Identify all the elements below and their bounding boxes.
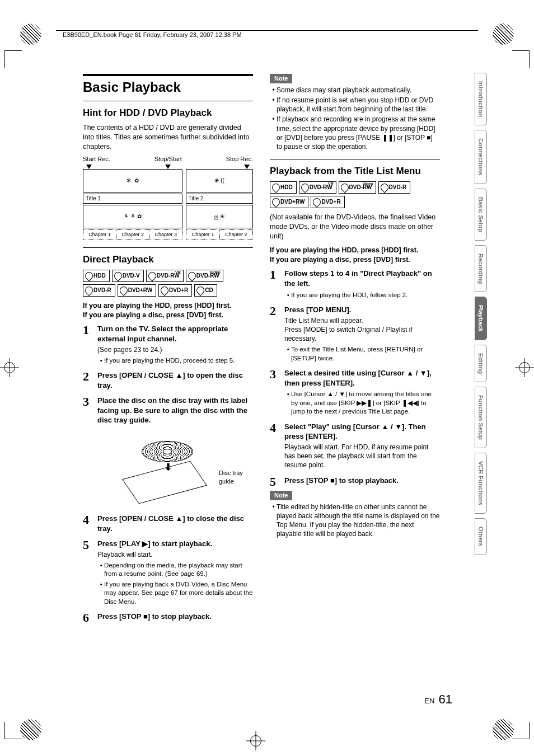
step-item: Follow steps 1 to 4 in "Direct Playback"… <box>270 269 440 299</box>
registration-mark-icon <box>0 358 19 377</box>
triangle-down-icon <box>86 165 92 169</box>
media-badge: DVD+R <box>311 196 344 208</box>
diagram-thumbnail: ✻ ✿ <box>83 169 182 192</box>
title-rule <box>83 74 253 76</box>
step-item: Select a desired title using [Cursor ▲ /… <box>270 368 440 416</box>
media-badge: DVD-RWVideo <box>339 181 376 194</box>
media-badge: DVD+RW <box>118 284 156 297</box>
section-heading-direct: Direct Playback <box>83 253 253 266</box>
triangle-down-icon <box>165 165 171 169</box>
note-item: If playback and recording are in progres… <box>277 115 440 151</box>
media-badge: DVD+R <box>158 284 192 297</box>
section-tab[interactable]: Basic Setup <box>475 189 487 241</box>
left-column: Basic Playback Hint for HDD / DVD Playba… <box>83 74 253 627</box>
crop-mark-icon <box>512 50 530 68</box>
note-list: Title edited by hidden-title on other un… <box>270 503 440 539</box>
footer-lang: EN <box>424 697 434 705</box>
paren-note: (Not available for the DVD-Videos, the f… <box>270 213 440 241</box>
note-item: Title edited by hidden-title on other un… <box>277 503 440 539</box>
diagram-arrows <box>83 165 253 169</box>
step-item: Press [OPEN / CLOSE ▲] to close the disc… <box>83 514 253 533</box>
media-badge: DVD-R <box>378 181 411 194</box>
disc-tray-illustration: ⬇Disc tray guide <box>125 430 226 508</box>
media-badge: DVD+RW <box>270 196 308 208</box>
note-label: Note <box>270 491 292 500</box>
registration-mark-icon <box>515 358 534 377</box>
media-badge: CD <box>194 284 217 297</box>
section-tab[interactable]: Recording <box>475 245 487 292</box>
section-tab[interactable]: Connections <box>475 130 487 184</box>
corner-hatch-icon <box>493 24 514 45</box>
manual-page: E3B90ED_EN.book Page 61 Friday, February… <box>0 0 534 756</box>
step-item: Turn on the TV. Select the appropriate e… <box>83 324 253 365</box>
section-heading-hint: Hint for HDD / DVD Playback <box>83 107 253 120</box>
corner-hatch-icon <box>20 719 41 740</box>
section-rule <box>270 159 440 159</box>
note-item: If no resume point is set when you stop … <box>277 96 440 114</box>
step-item: Press [STOP ■] to stop playback. <box>270 476 440 486</box>
content-area: Basic Playback Hint for HDD / DVD Playba… <box>83 74 440 627</box>
section-tab[interactable]: Others <box>475 518 487 555</box>
corner-hatch-icon <box>20 24 41 45</box>
header-rule <box>56 30 478 31</box>
footer-page-number: 61 <box>439 692 452 706</box>
step-item: Press [OPEN / CLOSE ▲] to open the disc … <box>83 370 253 390</box>
media-badges: HDDDVD-VDVD-RWVRDVD-RWVideoDVD-RDVD+RWDV… <box>83 270 253 297</box>
section-tab[interactable]: Function Setup <box>475 387 487 448</box>
page-footer: EN 61 <box>83 692 452 707</box>
media-badge: DVD-V <box>112 270 144 282</box>
section-heading-titlelist: Playback from the Title List Menu <box>270 165 440 178</box>
note-label: Note <box>270 74 292 83</box>
crop-mark-icon <box>4 722 22 739</box>
diagram-chapter-row: Chapter 1 Chapter 2 Chapter 3 <box>83 229 182 240</box>
page-title: Basic Playback <box>83 78 253 96</box>
crop-mark-icon <box>512 722 530 739</box>
media-badge: DVD-RWVR <box>299 181 336 194</box>
section-rule <box>83 101 253 101</box>
step-item: Press [STOP ■] to stop playback. <box>83 612 253 622</box>
note-item: Some discs may start playback automatica… <box>277 86 440 95</box>
triangle-down-icon <box>244 165 250 169</box>
registration-mark-icon <box>246 731 265 750</box>
media-badge: HDD <box>270 181 297 194</box>
section-tabs: IntroductionConnectionsBasic SetupRecord… <box>475 73 502 560</box>
diagram-thumbnail: ⚘ ⚘ ✿ <box>83 205 182 228</box>
crop-mark-icon <box>4 50 22 68</box>
media-badge: DVD-R <box>83 284 115 297</box>
section-tab[interactable]: Playback <box>475 297 487 340</box>
title-chapter-diagram: ✻ ✿ ❀ (( Title 1 Title 2 ⚘ ⚘ ✿ ஐ ❀ Chapt… <box>83 169 253 240</box>
section-tab[interactable]: Introduction <box>475 73 487 125</box>
note-list: Some discs may start playback automatica… <box>270 86 440 151</box>
section-rule <box>83 247 253 248</box>
diagram-thumbnail: ஐ ❀ <box>186 205 253 228</box>
book-header-info: E3B90ED_EN.book Page 61 Friday, February… <box>63 31 242 38</box>
step-item: Press [TOP MENU].Title List Menu will ap… <box>270 305 440 363</box>
right-column: Note Some discs may start playback autom… <box>270 74 440 627</box>
step-item: Select "Play" using [Cursor ▲ / ▼]. Then… <box>270 422 440 470</box>
diagram-title-cell: Title 1 <box>83 194 182 204</box>
media-badge: DVD-RWVR <box>146 270 184 282</box>
step-item: Place the disc on the disc tray with its… <box>83 396 253 508</box>
step-item: Press [PLAY ▶] to start playback.Playbac… <box>83 539 253 606</box>
media-badges: HDDDVD-RWVRDVD-RWVideoDVD-RDVD+RWDVD+R <box>270 181 440 208</box>
corner-hatch-icon <box>493 719 514 740</box>
media-badge: HDD <box>83 270 110 282</box>
diagram-title-cell: Title 2 <box>186 194 253 204</box>
bold-hint: If you are playing the HDD, press [HDD] … <box>270 246 440 265</box>
media-badge: DVD-RWVideo <box>186 270 223 282</box>
intro-text: The contents of a HDD / DVD are generall… <box>83 123 253 152</box>
diagram-labels: Start Rec. Stop/Start Stop Rec. <box>83 155 253 163</box>
direct-playback-steps: Turn on the TV. Select the appropriate e… <box>83 324 253 621</box>
titlelist-steps: Follow steps 1 to 4 in "Direct Playback"… <box>270 269 440 485</box>
bold-hint: If you are playing the HDD, press [HDD] … <box>83 301 253 320</box>
diagram-chapter-row: Chapter 1 Chapter 2 <box>186 229 253 240</box>
section-tab[interactable]: Editing <box>475 345 487 382</box>
diagram-thumbnail: ❀ (( <box>186 169 253 192</box>
section-tab[interactable]: VCR Functions <box>475 453 487 514</box>
